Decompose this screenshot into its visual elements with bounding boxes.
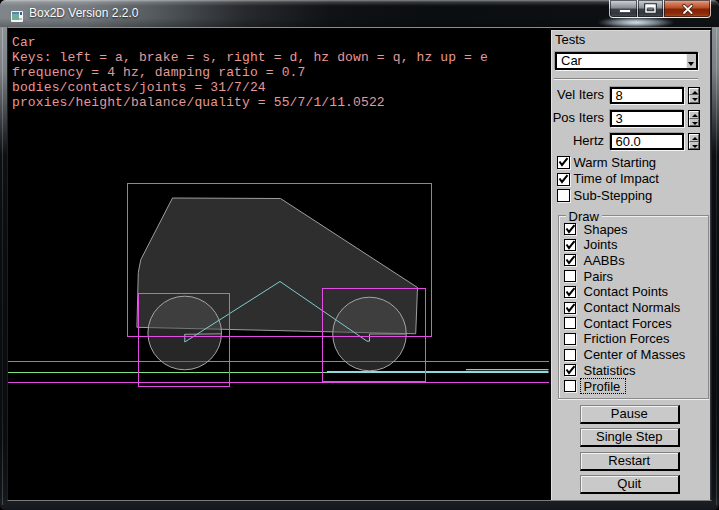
svg-text:proxies/height/balance/quality: proxies/height/balance/quality = 55/7/1/…: [12, 95, 385, 110]
svg-text:frequency = 4 hz, damping rati: frequency = 4 hz, damping ratio = 0.7: [12, 65, 305, 80]
svg-text:Keys: left = a, brake = s, rig: Keys: left = a, brake = s, right = d, hz…: [12, 50, 488, 65]
svg-text:bodies/contacts/joints = 31/7/: bodies/contacts/joints = 31/7/24: [12, 80, 266, 95]
svg-text:Car: Car: [12, 35, 36, 50]
